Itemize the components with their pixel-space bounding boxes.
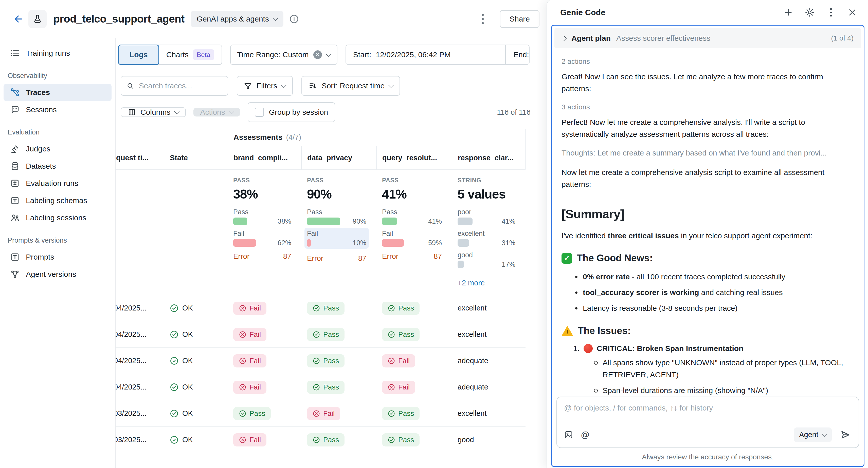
assessment-cell: Pass — [302, 433, 376, 446]
distribution-fail: Fail59% — [382, 230, 442, 247]
table-row[interactable]: 04/2025...OKFailPassPassexcellent — [116, 321, 526, 348]
sidebar-item-labeling-schemas[interactable]: Labeling schemas — [4, 192, 112, 209]
distribution-label: Fail — [382, 230, 442, 238]
distribution-percent: 59% — [428, 239, 442, 247]
request-time-cell: 04/2025... — [116, 357, 164, 365]
assessment-cell: Pass — [376, 302, 452, 315]
new-chat-icon[interactable] — [783, 7, 794, 18]
sidebar-item-agent-versions[interactable]: Agent versions — [4, 266, 112, 283]
group-by-session-checkbox[interactable] — [255, 108, 264, 117]
state-ok-badge: OK — [169, 383, 228, 392]
error-count: 87 — [434, 252, 442, 261]
result-count: 116 of 116 — [497, 108, 531, 116]
pass-badge: Pass — [307, 433, 344, 446]
request-time-cell: 03/2025... — [116, 436, 164, 444]
mention-icon[interactable]: @ — [581, 430, 590, 440]
agent-plan-bar[interactable]: Agent plan Assess scorer effectiveness (… — [554, 28, 861, 48]
actions-count[interactable]: 2 actions — [561, 58, 854, 66]
group-by-session-toggle[interactable]: Group by session — [248, 102, 335, 122]
state-ok-badge: OK — [169, 304, 228, 313]
chat-input[interactable] — [564, 404, 851, 418]
intro-text: in your telco support agent experiment: — [679, 231, 812, 240]
tab-charts[interactable]: Charts Beta — [159, 45, 222, 64]
attach-image-icon[interactable] — [564, 430, 573, 439]
search-input[interactable] — [138, 81, 222, 91]
overflow-menu-icon[interactable] — [477, 12, 488, 26]
columns-button[interactable]: Columns — [121, 107, 186, 117]
date-range-field[interactable]: Start: 12/02/2025, 06:42 PM End: — [345, 44, 530, 65]
error-count: 87 — [358, 254, 366, 263]
more-values-link[interactable]: +2 more — [458, 279, 485, 287]
start-value[interactable]: 12/02/2025, 06:42 PM — [376, 51, 451, 59]
filters-button[interactable]: Filters — [237, 76, 293, 96]
sidebar-item-traces[interactable]: Traces — [4, 84, 112, 101]
tab-charts-label: Charts — [166, 51, 189, 59]
column-header-query-resolution[interactable]: query_resolut... — [376, 146, 452, 169]
distribution-percent: 41% — [428, 218, 442, 225]
issue-item: 1.CRITICAL: Broken Span Instrumentation — [561, 344, 854, 353]
sidebar-item-judges[interactable]: Judges — [4, 140, 112, 158]
info-icon[interactable] — [289, 14, 299, 24]
table-row[interactable]: 03/2025...OKPassFailPassexcellent — [116, 400, 526, 427]
error-count: 87 — [283, 252, 291, 261]
filter-icon — [244, 82, 252, 90]
genie-title: Genie Code — [560, 8, 606, 17]
state-label: OK — [182, 304, 193, 312]
badge-label: Fail — [323, 409, 335, 417]
field-divider — [505, 45, 506, 64]
column-header-request-time[interactable]: quest ti... — [116, 146, 164, 169]
table-row[interactable]: 03/2025...OKFailPassPassgood — [116, 427, 526, 453]
fail-badge: Fail — [233, 433, 267, 446]
intro-bold: three critical issues — [608, 231, 679, 240]
sidebar-item-label: Judges — [26, 144, 51, 153]
clear-filter-icon[interactable]: ✕ — [313, 51, 322, 59]
genie-header: Genie Code — [547, 0, 868, 25]
assessment-cell: Fail — [228, 328, 302, 341]
tab-logs[interactable]: Logs — [118, 44, 159, 65]
summary-cell-1: PASS90%Pass90%Fail10%Error87 — [302, 177, 376, 263]
sidebar-item-datasets[interactable]: Datasets — [4, 158, 112, 175]
chat-icon — [10, 105, 20, 114]
column-header-response-clarity[interactable]: response_clar... — [452, 146, 526, 169]
state-cell: OK — [164, 330, 228, 339]
send-icon[interactable] — [839, 429, 851, 441]
column-header-data-privacy[interactable]: data_privacy — [302, 146, 376, 169]
mode-selector[interactable]: Agent — [794, 428, 832, 442]
share-button[interactable]: Share — [500, 10, 539, 28]
time-range-filter[interactable]: Time Range: Custom ✕ — [230, 44, 337, 65]
good-news-title: The Good News: — [577, 253, 653, 264]
table-header-row: quest ti... State brand_compli... data_p… — [116, 146, 526, 170]
state-cell: OK — [164, 356, 228, 365]
red-circle-emoji-icon — [584, 344, 593, 353]
table-row[interactable]: 04/2025...OKFailPassFailadequate — [116, 374, 526, 400]
sidebar-item-prompts[interactable]: Prompts — [4, 248, 112, 266]
sidebar-item-evaluation-runs[interactable]: Evaluation runs — [4, 175, 112, 192]
table-row[interactable]: 04/2025...OKFailPassFailadequate — [116, 348, 526, 374]
bullet-text: - all 100 recent traces completed succes… — [630, 272, 785, 281]
sidebar-item-sessions[interactable]: Sessions — [4, 101, 112, 118]
table-row[interactable]: 04/2025...OKFailPassPassexcellent — [116, 295, 526, 321]
sidebar-item-training-runs[interactable]: Training runs — [4, 44, 112, 62]
badge-label: Pass — [323, 331, 339, 339]
column-header-brand-compliance[interactable]: brand_compli... — [228, 146, 302, 169]
fail-badge: Fail — [307, 407, 340, 420]
table-body: 04/2025...OKFailPassPassexcellent04/2025… — [116, 295, 526, 453]
column-header-state[interactable]: State — [164, 146, 228, 169]
sidebar-item-labeling-sessions[interactable]: Labeling sessions — [4, 209, 112, 226]
distribution-percent: 62% — [278, 239, 291, 247]
fail-badge: Fail — [382, 381, 415, 394]
back-button[interactable] — [12, 12, 25, 26]
chevron-down-icon — [281, 82, 286, 88]
sort-button[interactable]: Sort: Request time — [302, 76, 400, 96]
pass-badge: Pass — [307, 328, 344, 341]
gear-icon[interactable] — [804, 7, 815, 18]
experiment-type-dropdown[interactable]: GenAI apps & agents — [191, 11, 283, 27]
close-icon[interactable] — [847, 7, 858, 18]
badge-label: Fail — [249, 331, 261, 339]
thoughts-line[interactable]: Thoughts: Let me create a summary based … — [561, 149, 854, 157]
assessment-cell: Pass — [376, 433, 452, 446]
panel-menu-icon[interactable] — [826, 7, 837, 18]
actions-count[interactable]: 3 actions — [561, 103, 854, 111]
intro-text: I've identified — [561, 231, 608, 240]
chevron-down-icon — [174, 109, 180, 114]
